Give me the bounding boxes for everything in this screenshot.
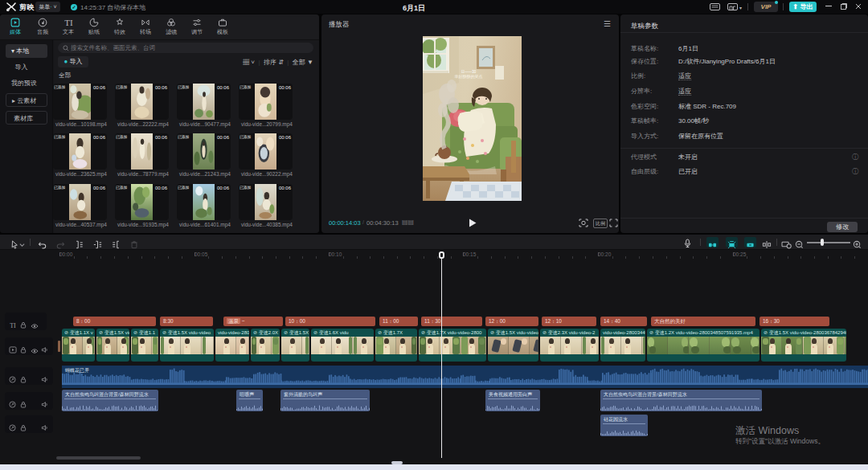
- svg-text:TI: TI: [10, 322, 16, 329]
- svg-text:幸好静静的笑点: 幸好静静的笑点: [455, 74, 483, 80]
- svg-text:TI: TI: [64, 18, 73, 27]
